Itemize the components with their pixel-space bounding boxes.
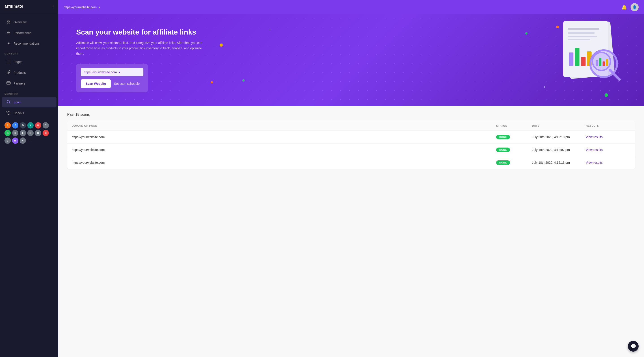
svg-rect-23 [596, 60, 598, 66]
net-icon-r[interactable]: R [35, 122, 41, 129]
performance-icon [6, 31, 11, 36]
svg-rect-3 [9, 22, 10, 23]
overview-icon [6, 20, 11, 25]
sidebar-item-recommendations[interactable]: ✦ Recommendations [2, 39, 56, 48]
svg-rect-24 [599, 58, 602, 66]
svg-rect-4 [7, 60, 10, 63]
row3-date: July 18th 2020, 4:12:13 pm [532, 161, 586, 164]
sidebar-item-overview-label: Overview [14, 21, 26, 24]
net-icon-c[interactable]: C [42, 122, 49, 129]
row1-status: DONE [496, 135, 532, 139]
table-header: Domain or Page Status Date Results [67, 121, 635, 131]
row3-view-results-link[interactable]: View results [586, 161, 630, 164]
pages-icon [6, 60, 11, 64]
svg-rect-0 [7, 20, 8, 21]
svg-rect-14 [568, 36, 597, 37]
net-icon-v[interactable]: V [4, 137, 11, 144]
net-icon-b[interactable]: B [20, 122, 26, 129]
row1-domain: https://yourwebsite.com [72, 135, 496, 139]
svg-point-8 [7, 100, 10, 103]
row1-view-results-link[interactable]: View results [586, 135, 630, 139]
notification-bell-icon[interactable]: 🔔 [621, 5, 627, 10]
net-icon-r2[interactable]: R [35, 130, 41, 136]
url-selector[interactable]: https://yourwebsite.com ▾ [64, 6, 100, 9]
svg-rect-25 [602, 62, 605, 66]
hero-description: Affilimate will crawl your sitemap, find… [76, 40, 206, 56]
svg-line-9 [9, 103, 10, 103]
user-avatar[interactable]: 👤 [630, 3, 638, 11]
sidebar-item-pages-label: Pages [14, 60, 22, 64]
net-icon-g[interactable]: G [4, 130, 11, 136]
scans-table: Domain or Page Status Date Results https… [67, 121, 635, 169]
net-icon-f2[interactable]: F [20, 130, 26, 136]
content-area: Past 15 scans Domain or Page Status Date… [58, 106, 644, 357]
set-scan-schedule-link[interactable]: Set scan schedule [114, 82, 140, 86]
chat-widget[interactable]: 💬 [628, 341, 638, 351]
row2-view-results-link[interactable]: View results [586, 148, 630, 152]
net-icon-c2[interactable]: C [42, 130, 49, 136]
table-row: https://yourwebsite.com DONE July 18th 2… [67, 156, 635, 169]
table-row: https://yourwebsite.com DONE July 20th 2… [67, 131, 635, 144]
sidebar-item-performance[interactable]: Performance [2, 28, 56, 38]
current-url: https://yourwebsite.com [64, 6, 96, 9]
net-icon-s2[interactable]: S [12, 130, 18, 136]
url-dropdown[interactable]: https://yourwebsite.com ▾ [81, 68, 144, 76]
sidebar-item-performance-label: Performance [14, 31, 31, 35]
col-domain: Domain or Page [72, 124, 496, 127]
hero-title: Scan your website for affiliate links [76, 28, 206, 36]
url-dropdown-value: https://yourwebsite.com [84, 70, 117, 74]
svg-rect-2 [7, 22, 8, 23]
sidebar-item-recommendations-label: Recommendations [14, 42, 40, 45]
sidebar-item-partners[interactable]: Partners [2, 78, 56, 89]
svg-rect-17 [575, 48, 580, 66]
more-networks[interactable]: ··· [27, 137, 32, 144]
sidebar-item-overview[interactable]: Overview [2, 17, 56, 27]
collapse-button[interactable]: ‹ [53, 5, 54, 9]
row1-date: July 20th 2020, 4:12:18 pm [532, 135, 586, 139]
sidebar-item-partners-label: Partners [14, 82, 25, 85]
net-icon-dot[interactable]: ● [20, 137, 26, 144]
sidebar-item-pages[interactable]: Pages [2, 57, 56, 67]
scans-section-title: Past 15 scans [67, 113, 635, 117]
svg-rect-16 [569, 53, 574, 66]
row3-domain: https://yourwebsite.com [72, 161, 496, 164]
recommendations-icon: ✦ [6, 41, 11, 46]
sidebar-item-checks[interactable]: Checks [2, 108, 56, 118]
col-date: Date [532, 124, 586, 127]
net-icon-amazon[interactable]: A [4, 122, 11, 129]
scan-icon [6, 100, 11, 105]
net-icon-w[interactable]: W [12, 137, 18, 144]
sidebar-item-products[interactable]: Products [2, 68, 56, 78]
sidebar-item-scan[interactable]: Scan [2, 97, 56, 107]
col-results: Results [586, 124, 630, 127]
net-icon-g2[interactable]: G [27, 130, 34, 136]
content-section-label: CONTENT [0, 49, 58, 56]
products-icon [6, 70, 11, 75]
sidebar-nav: Overview Performance ✦ Recommendations C… [0, 13, 58, 357]
hero-content: Scan your website for affiliate links Af… [76, 28, 206, 92]
hero-illustration [554, 19, 630, 86]
net-icon-t[interactable]: t [27, 122, 34, 129]
url-dropdown-chevron-icon: ▾ [118, 70, 120, 74]
svg-rect-6 [7, 82, 10, 84]
network-icons: A f B t R C G S F G R C V W ● ··· [0, 119, 58, 148]
topbar-right: 🔔 👤 [621, 3, 638, 11]
main-content: https://yourwebsite.com ▾ 🔔 👤 + + Scan y… [58, 0, 644, 357]
row2-domain: https://yourwebsite.com [72, 148, 496, 152]
sidebar: affilimate ‹ Overview Performance ✦ Reco… [0, 0, 58, 357]
sidebar-header: affilimate ‹ [0, 0, 58, 13]
svg-rect-1 [9, 20, 10, 21]
row1-status-badge: DONE [496, 135, 510, 139]
col-status: Status [496, 124, 532, 127]
partners-icon [6, 81, 11, 86]
row2-date: July 19th 2020, 4:12:07 pm [532, 148, 586, 152]
sidebar-item-checks-label: Checks [14, 111, 24, 115]
scan-website-button[interactable]: Scan Website [81, 79, 111, 88]
net-icon-fb[interactable]: f [12, 122, 18, 129]
row3-status-badge: DONE [496, 160, 510, 165]
table-row: https://yourwebsite.com DONE July 19th 2… [67, 144, 635, 156]
monitor-section-label: MONITOR [0, 89, 58, 97]
svg-rect-18 [581, 57, 586, 66]
svg-rect-26 [606, 59, 608, 66]
row3-status: DONE [496, 160, 532, 165]
